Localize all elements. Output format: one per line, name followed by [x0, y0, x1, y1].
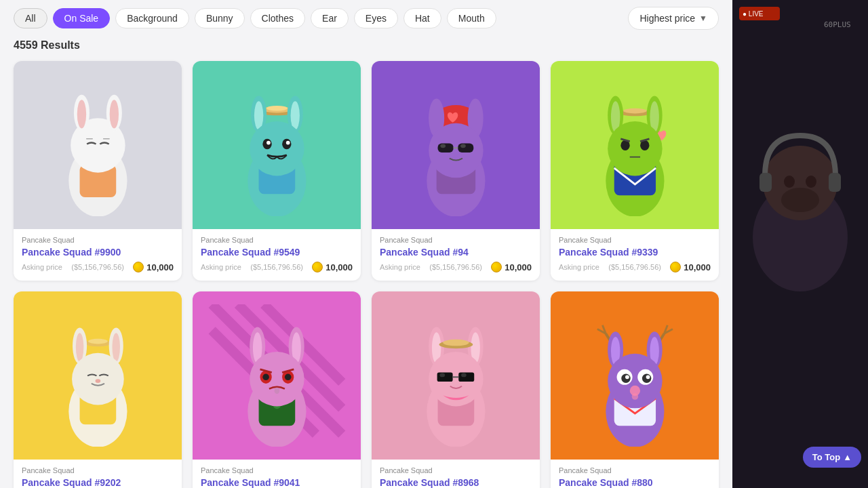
nft-card-2[interactable]: Pancake Squad Pancake Squad #9549 Asking… — [193, 61, 361, 281]
svg-point-21 — [267, 140, 271, 144]
svg-point-16 — [254, 101, 262, 129]
usd-value-1: ($5,156,796.56) — [71, 263, 124, 271]
nft-collection-3: Pancake Squad — [380, 236, 532, 244]
svg-point-6 — [109, 100, 118, 128]
svg-point-54 — [75, 333, 83, 361]
filter-hat[interactable]: Hat — [403, 8, 441, 28]
nft-name-3: Pancake Squad #94 — [380, 247, 532, 258]
filter-background[interactable]: Background — [115, 8, 189, 28]
usd-value-3: ($5,156,796.56) — [429, 263, 482, 271]
nft-collection-8: Pancake Squad — [559, 466, 711, 474]
nft-card-body-3: Pancake Squad Pancake Squad #94 Asking p… — [372, 229, 540, 281]
svg-point-34 — [460, 144, 466, 148]
nft-price-row-2: Asking price ($5,156,796.56) 10,000 — [201, 262, 353, 272]
svg-point-56 — [72, 352, 124, 405]
nft-card-body-5: Pancake Squad Pancake Squad #9202 Asking… — [14, 460, 182, 488]
coin-amount-4: 10,000 — [670, 262, 711, 272]
svg-point-77 — [274, 387, 279, 394]
nft-card-body-6: Pancake Squad Pancake Squad #9041 Asking… — [193, 460, 361, 488]
nft-collection-4: Pancake Squad — [559, 236, 711, 244]
chevron-down-icon: ▼ — [699, 14, 707, 23]
svg-point-51 — [88, 338, 108, 344]
filter-all[interactable]: All — [14, 8, 47, 28]
coin-icon-3 — [491, 262, 502, 272]
svg-point-22 — [285, 140, 290, 144]
svg-rect-117 — [829, 173, 841, 192]
nft-card-3[interactable]: Pancake Squad Pancake Squad #94 Asking p… — [372, 61, 540, 281]
svg-point-57 — [95, 379, 100, 383]
usd-value-4: ($5,156,796.56) — [608, 263, 661, 271]
svg-point-13 — [267, 106, 288, 111]
svg-rect-87 — [437, 372, 452, 381]
svg-point-120 — [781, 188, 819, 212]
coin-icon-2 — [312, 262, 323, 272]
nft-collection-1: Pancake Squad — [22, 236, 174, 244]
nft-image-7 — [372, 291, 540, 460]
nft-image-8 — [551, 291, 719, 460]
sort-label: Highest price — [639, 13, 695, 24]
svg-point-55 — [112, 333, 119, 361]
filter-bar: All On Sale Background Bunny Clothes Ear… — [14, 7, 719, 30]
coin-icon-4 — [670, 262, 681, 272]
svg-point-18 — [250, 121, 304, 176]
nft-card-6[interactable]: Pancake Squad Pancake Squad #9041 Asking… — [193, 291, 361, 488]
filter-mouth[interactable]: Mouth — [447, 8, 496, 28]
nft-name-5: Pancake Squad #9202 — [22, 477, 174, 488]
svg-point-70 — [250, 352, 304, 406]
filter-bunny[interactable]: Bunny — [195, 8, 245, 28]
filter-clothes[interactable]: Clothes — [250, 8, 305, 28]
coin-amount-2: 10,000 — [312, 262, 353, 272]
filter-eyes[interactable]: Eyes — [354, 8, 398, 28]
nft-image-4 — [551, 61, 719, 229]
nft-collection-6: Pancake Squad — [201, 466, 353, 474]
svg-point-5 — [77, 100, 85, 128]
nft-collection-2: Pancake Squad — [201, 236, 353, 244]
nft-image-6 — [193, 291, 361, 460]
svg-point-38 — [623, 108, 646, 113]
nft-image-1 — [14, 61, 182, 229]
nft-price-row-3: Asking price ($5,156,796.56) 10,000 — [380, 262, 532, 272]
svg-point-90 — [439, 373, 445, 377]
coin-icon-1 — [133, 262, 144, 272]
sidebar-video: 60PLUS ● LIVE To Top ▲ — [732, 0, 868, 488]
nft-card-body-1: Pancake Squad Pancake Squad #9900 Asking… — [14, 229, 182, 281]
nft-card-body-2: Pancake Squad Pancake Squad #9549 Asking… — [193, 229, 361, 281]
asking-price-label-2: Asking price — [201, 263, 241, 271]
coin-amount-3: 10,000 — [491, 262, 532, 272]
nft-card-8[interactable]: Pancake Squad Pancake Squad #880 Asking … — [551, 291, 719, 488]
asking-price-label-3: Asking price — [380, 263, 420, 271]
svg-point-91 — [461, 373, 467, 377]
filter-ear[interactable]: Ear — [311, 8, 349, 28]
nft-card-7[interactable]: Pancake Squad Pancake Squad #8968 Asking… — [372, 291, 540, 488]
svg-text:● LIVE: ● LIVE — [743, 10, 764, 18]
nft-card-body-8: Pancake Squad Pancake Squad #880 Asking … — [551, 460, 719, 488]
svg-rect-116 — [760, 173, 772, 192]
sort-dropdown[interactable]: Highest price ▼ — [628, 7, 719, 30]
results-count: 4559 Results — [14, 39, 719, 52]
svg-point-43 — [608, 121, 662, 176]
nft-name-6: Pancake Squad #9041 — [201, 477, 353, 488]
nft-name-1: Pancake Squad #9900 — [22, 247, 174, 258]
coin-amount-1: 10,000 — [133, 262, 174, 272]
asking-price-label-4: Asking price — [559, 263, 599, 271]
svg-text:60PLUS: 60PLUS — [824, 20, 851, 29]
nft-card-5[interactable]: Pancake Squad Pancake Squad #9202 Asking… — [14, 291, 182, 488]
nft-price-row-4: Asking price ($5,156,796.56) 10,000 — [559, 262, 711, 272]
svg-point-73 — [262, 373, 269, 380]
svg-rect-88 — [458, 372, 474, 381]
svg-point-119 — [806, 176, 816, 188]
to-top-button[interactable]: To Top ▲ — [803, 447, 861, 468]
usd-value-2: ($5,156,796.56) — [250, 263, 303, 271]
nft-name-8: Pancake Squad #880 — [559, 477, 711, 488]
card-grid: Pancake Squad Pancake Squad #9900 Asking… — [14, 61, 719, 488]
nft-collection-5: Pancake Squad — [22, 466, 174, 474]
filter-on-sale[interactable]: On Sale — [53, 8, 111, 28]
nft-name-4: Pancake Squad #9339 — [559, 247, 711, 258]
svg-rect-31 — [458, 143, 473, 152]
nft-card-4[interactable]: Pancake Squad Pancake Squad #9339 Asking… — [551, 61, 719, 281]
asking-price-label-1: Asking price — [22, 263, 62, 271]
svg-rect-30 — [437, 143, 453, 152]
nft-card-1[interactable]: Pancake Squad Pancake Squad #9900 Asking… — [14, 61, 182, 281]
nft-name-7: Pancake Squad #8968 — [380, 477, 532, 488]
nft-card-body-4: Pancake Squad Pancake Squad #9339 Asking… — [551, 229, 719, 281]
